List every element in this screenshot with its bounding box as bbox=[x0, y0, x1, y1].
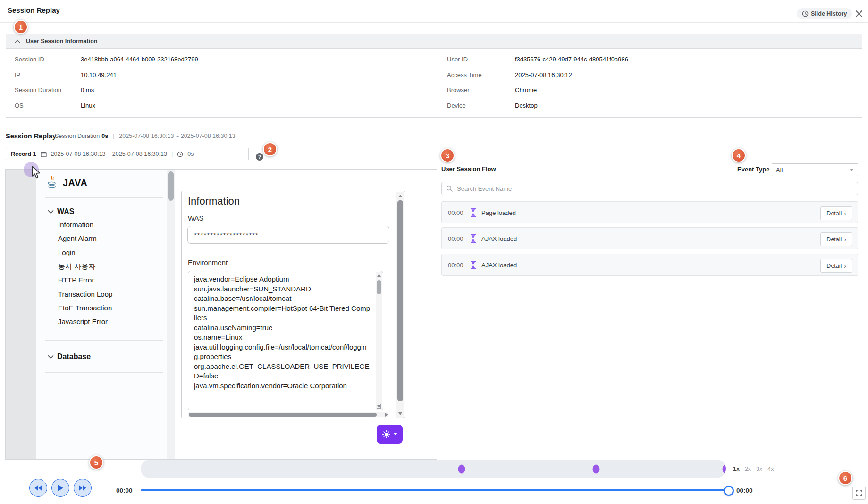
scroll-right-icon[interactable] bbox=[385, 413, 388, 417]
horizontal-scrollbar[interactable] bbox=[188, 412, 388, 417]
replay-app-title: JAVA bbox=[63, 178, 87, 188]
record-selector[interactable]: Record 1 2025-07-08 16:30:13 ~ 2025-07-0… bbox=[6, 148, 249, 160]
info-value: f3d35676-c429-49d7-944c-d89541f0a986 bbox=[515, 56, 628, 63]
speed-3x[interactable]: 3x bbox=[756, 466, 762, 472]
record-label: Record 1 bbox=[11, 151, 36, 157]
hourglass-icon bbox=[470, 234, 476, 243]
menu-item-http-error[interactable]: HTTP Error bbox=[58, 276, 94, 284]
info-value: 3e418bbb-a064-4464-b009-232168ed2799 bbox=[81, 56, 198, 63]
slide-history-button[interactable]: Slide History bbox=[797, 8, 852, 19]
menu-item-javascript-error[interactable]: Javascript Error bbox=[58, 317, 108, 325]
was-field-input[interactable]: ******************** bbox=[187, 226, 389, 244]
timeline-event-track[interactable] bbox=[141, 460, 726, 478]
replay-page-sidebar: JAVA WAS Information Agent Alarm Login 동… bbox=[36, 170, 167, 459]
detail-button[interactable]: Detail› bbox=[820, 206, 852, 220]
detail-button[interactable]: Detail› bbox=[820, 259, 852, 273]
replay-content-card: Information WAS ******************** Env… bbox=[181, 191, 405, 418]
timeline-event-marker[interactable] bbox=[592, 464, 599, 473]
page-title: Session Replay bbox=[8, 6, 60, 14]
content-heading: Information bbox=[188, 195, 240, 207]
info-label: Device bbox=[447, 102, 466, 109]
user-session-info-header[interactable]: User Session Information bbox=[6, 34, 862, 49]
chevron-right-icon: › bbox=[844, 262, 846, 270]
replay-cursor-icon bbox=[31, 166, 42, 179]
event-row[interactable]: 00:00 AJAX loaded Detail› bbox=[441, 227, 858, 249]
record-time-range: 2025-07-08 16:30:13 ~ 2025-07-08 16:30:1… bbox=[51, 151, 167, 157]
close-icon[interactable] bbox=[854, 9, 864, 18]
chevron-down-icon bbox=[48, 210, 54, 214]
java-logo-icon bbox=[47, 175, 57, 188]
textarea-scrollbar[interactable] bbox=[376, 272, 382, 410]
event-type-label: Event Type bbox=[737, 166, 769, 173]
replay-page-scrollbar[interactable] bbox=[167, 170, 175, 459]
timeline-event-marker[interactable] bbox=[458, 464, 465, 473]
step-badge-4: 4 bbox=[732, 148, 746, 162]
seek-slider-knob[interactable] bbox=[724, 486, 734, 496]
environment-textarea[interactable]: java.vendor=Eclipse Adoptium sun.java.la… bbox=[188, 271, 383, 410]
replay-letterbox bbox=[6, 170, 36, 459]
menu-group-database[interactable]: Database bbox=[48, 352, 91, 361]
sun-icon bbox=[382, 430, 390, 438]
scroll-up-icon[interactable] bbox=[377, 274, 381, 277]
help-icon[interactable]: ? bbox=[256, 153, 263, 161]
fullscreen-button[interactable] bbox=[852, 487, 866, 500]
menu-item-login[interactable]: Login bbox=[58, 248, 76, 256]
section-title: Session Replay bbox=[6, 132, 56, 140]
fast-forward-button[interactable] bbox=[74, 479, 92, 497]
event-row[interactable]: 00:00 Page loaded Detail› bbox=[441, 201, 858, 223]
step-badge-2: 2 bbox=[263, 142, 277, 156]
info-label: Session ID bbox=[15, 56, 44, 63]
scrollbar-thumb[interactable] bbox=[377, 280, 381, 294]
theme-toggle-button[interactable] bbox=[377, 425, 403, 444]
detail-button[interactable]: Detail› bbox=[820, 232, 852, 246]
hourglass-icon bbox=[470, 208, 476, 217]
speed-4x[interactable]: 4x bbox=[767, 466, 774, 472]
session-flow-title: User Session Flow bbox=[441, 165, 496, 172]
timeline-markers bbox=[141, 460, 726, 478]
chevron-up-icon bbox=[15, 39, 20, 43]
menu-item-transaction-loop[interactable]: Transaction Loop bbox=[58, 290, 112, 298]
menu-item-agent-alarm[interactable]: Agent Alarm bbox=[58, 234, 97, 242]
event-type-select[interactable]: All bbox=[772, 163, 858, 176]
timeline-event-marker[interactable] bbox=[723, 464, 726, 473]
info-label: Session Duration bbox=[15, 86, 61, 94]
rewind-button[interactable] bbox=[29, 479, 47, 497]
scrollbar-thumb[interactable] bbox=[168, 171, 174, 201]
user-session-info-title: User Session Information bbox=[26, 38, 97, 44]
chevron-right-icon: › bbox=[844, 210, 846, 217]
chevron-right-icon: › bbox=[844, 236, 846, 243]
user-session-info-panel: User Session Information Session ID 3e41… bbox=[6, 34, 862, 118]
info-label: IP bbox=[15, 71, 20, 78]
masked-value: ******************** bbox=[194, 231, 259, 239]
scroll-up-icon[interactable] bbox=[398, 195, 402, 197]
record-duration: 0s bbox=[187, 151, 194, 157]
menu-group-was[interactable]: WAS bbox=[48, 207, 74, 216]
resize-handle[interactable] bbox=[377, 404, 381, 409]
separator: | bbox=[113, 133, 114, 139]
speed-1x[interactable]: 1x bbox=[733, 466, 740, 472]
seek-slider-track[interactable] bbox=[141, 489, 729, 491]
environment-label: Environment bbox=[188, 258, 228, 266]
menu-item-information[interactable]: Information bbox=[58, 221, 93, 229]
session-time-range: 2025-07-08 16:30:13 ~ 2025-07-08 16:30:1… bbox=[119, 133, 235, 139]
event-row[interactable]: 00:00 AJAX loaded Detail› bbox=[441, 254, 858, 276]
search-input[interactable] bbox=[456, 185, 853, 193]
card-vertical-scrollbar[interactable] bbox=[396, 192, 404, 418]
step-badge-1: 1 bbox=[14, 20, 28, 34]
scrollbar-thumb[interactable] bbox=[397, 200, 403, 401]
event-name: AJAX loaded bbox=[481, 235, 517, 242]
separator: | bbox=[171, 151, 173, 157]
speed-2x[interactable]: 2x bbox=[745, 466, 751, 472]
menu-item-etoe-transaction[interactable]: EtoE Transaction bbox=[58, 304, 112, 312]
event-search bbox=[441, 182, 858, 195]
info-value: 2025-07-08 16:30:12 bbox=[515, 71, 572, 78]
menu-item-concurrent-users[interactable]: 동시 사용자 bbox=[58, 262, 95, 271]
total-time: 00:00 bbox=[736, 487, 753, 494]
scroll-down-icon[interactable] bbox=[398, 412, 402, 415]
play-button[interactable] bbox=[51, 479, 69, 497]
event-time: 00:00 bbox=[448, 235, 463, 242]
info-value: Desktop bbox=[515, 102, 538, 109]
scrollbar-thumb[interactable] bbox=[189, 413, 377, 417]
divider bbox=[45, 372, 163, 373]
chevron-down-icon bbox=[48, 355, 54, 359]
